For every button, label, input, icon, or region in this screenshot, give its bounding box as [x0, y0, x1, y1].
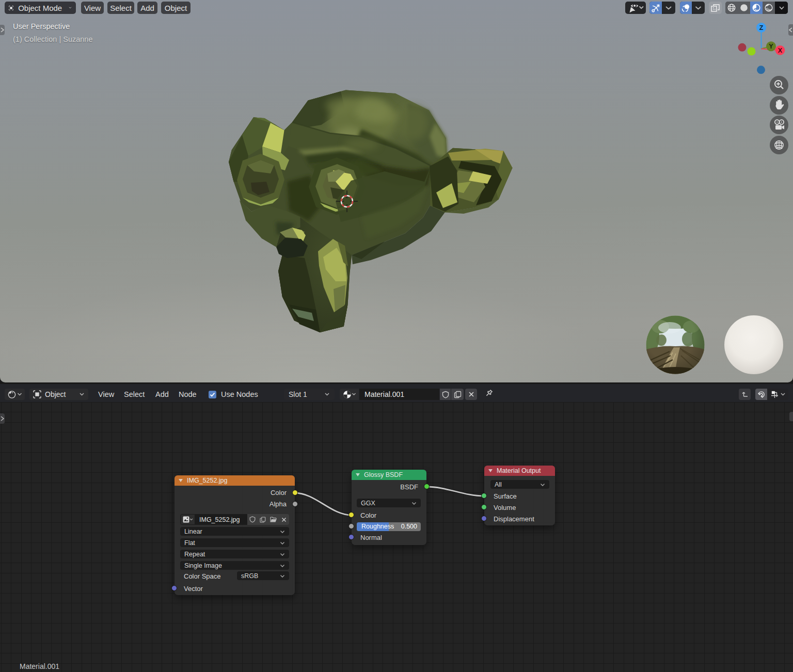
svg-text:X: X: [778, 47, 783, 54]
svg-text:Y: Y: [769, 43, 773, 50]
svg-text:Z: Z: [759, 24, 764, 31]
